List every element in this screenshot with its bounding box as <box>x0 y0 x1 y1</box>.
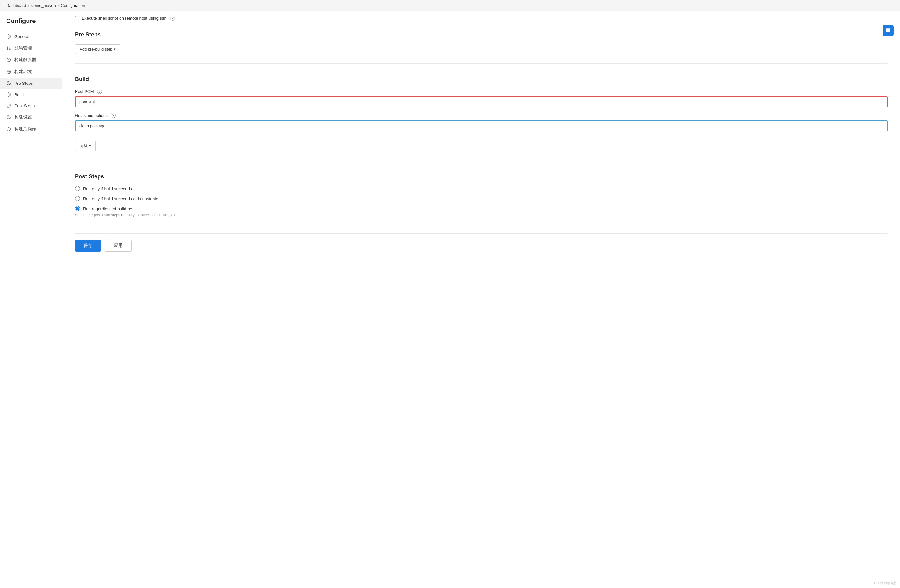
svg-point-1 <box>9 49 11 50</box>
breadcrumb-sep-1: › <box>28 3 29 8</box>
radio-regardless-label: Run regardless of build result <box>83 206 138 211</box>
sidebar-item-general[interactable]: General <box>0 31 62 42</box>
post-steps-title: Post Steps <box>75 167 888 180</box>
advanced-button[interactable]: 高级 ▾ <box>75 141 96 151</box>
watermark: CSDN 博客专家 <box>874 581 896 585</box>
sidebar-label-build-settings: 构建设置 <box>14 115 32 120</box>
add-pre-build-step-button[interactable]: Add pre-build step ▾ <box>75 44 121 54</box>
divider-3 <box>75 227 888 227</box>
post-steps-icon <box>6 103 11 108</box>
root-pom-help-icon[interactable]: ? <box>97 89 102 94</box>
radio-success-or-unstable-input[interactable] <box>75 196 80 201</box>
post-steps-hint: Should the post-build steps run only for… <box>75 213 888 217</box>
goals-input[interactable] <box>75 120 888 131</box>
breadcrumb-sep-2: › <box>58 3 59 8</box>
source-icon <box>6 45 11 51</box>
radio-regardless-input[interactable] <box>75 206 80 211</box>
root-pom-input[interactable] <box>75 96 888 107</box>
sidebar-label-env: 构建环境 <box>14 69 32 74</box>
build-settings-icon <box>6 115 11 120</box>
ssh-checkbox-label: Execute shell script on remote host usin… <box>82 16 166 20</box>
sidebar-title: Configure <box>0 17 62 31</box>
goals-label-text: Goals and options <box>75 113 108 118</box>
sidebar: Configure General 源码管理 <box>0 11 62 587</box>
sidebar-label-pre-steps: Pre Steps <box>14 81 33 86</box>
save-button[interactable]: 保存 <box>75 240 101 252</box>
svg-point-7 <box>8 83 9 84</box>
goals-help-icon[interactable]: ? <box>111 113 116 118</box>
radio-success-only-input[interactable] <box>75 186 80 191</box>
sidebar-label-build: Build <box>14 92 24 97</box>
radio-success-only-label: Run only if build succeeds <box>83 186 132 191</box>
build-title: Build <box>75 70 888 83</box>
radio-success-or-unstable[interactable]: Run only if build succeeds or is unstabl… <box>75 196 888 201</box>
svg-point-0 <box>8 36 9 37</box>
divider-2 <box>75 161 888 161</box>
goals-label: Goals and options ? <box>75 113 888 118</box>
post-steps-radio-group: Run only if build succeeds Run only if b… <box>75 186 888 211</box>
root-pom-label-text: Root POM <box>75 89 94 94</box>
globe-icon <box>6 69 11 74</box>
radio-regardless[interactable]: Run regardless of build result <box>75 206 888 211</box>
sidebar-item-env[interactable]: 构建环境 <box>0 66 62 77</box>
sidebar-item-build-settings[interactable]: 构建设置 <box>0 111 62 123</box>
svg-point-8 <box>8 94 9 95</box>
sidebar-item-source[interactable]: 源码管理 <box>0 42 62 54</box>
breadcrumb-project[interactable]: demo_maven <box>31 3 56 8</box>
ssh-help-icon[interactable]: ? <box>170 15 175 20</box>
radio-success-or-unstable-label: Run only if build succeeds or is unstabl… <box>83 197 158 201</box>
root-pom-group: Root POM ? <box>75 89 888 107</box>
pre-steps-title: Pre Steps <box>75 25 888 38</box>
post-build-icon <box>6 127 11 132</box>
add-step-label: Add pre-build step ▾ <box>79 47 116 51</box>
sidebar-item-post-build[interactable]: 构建后操作 <box>0 123 62 135</box>
main-content: Execute shell script on remote host usin… <box>62 11 900 587</box>
layout: Configure General 源码管理 <box>0 11 900 587</box>
sidebar-label-post-steps: Post Steps <box>14 104 35 108</box>
svg-point-2 <box>7 46 8 48</box>
pre-steps-section: Pre Steps Add pre-build step ▾ <box>75 25 888 54</box>
pre-steps-icon <box>6 81 11 86</box>
post-steps-section: Post Steps Run only if build succeeds Ru… <box>75 167 888 217</box>
corner-help-button[interactable] <box>883 25 894 36</box>
sidebar-item-post-steps[interactable]: Post Steps <box>0 100 62 111</box>
goals-group: Goals and options ? <box>75 113 888 131</box>
radio-success-only[interactable]: Run only if build succeeds <box>75 186 888 191</box>
trigger-icon <box>6 57 11 62</box>
ssh-checkbox-row: Execute shell script on remote host usin… <box>75 11 888 25</box>
root-pom-label: Root POM ? <box>75 89 888 94</box>
sidebar-label-post-build: 构建后操作 <box>14 126 36 132</box>
apply-button[interactable]: 应用 <box>105 240 132 252</box>
sidebar-item-trigger[interactable]: 构建触发器 <box>0 54 62 66</box>
breadcrumb-current: Configuration <box>61 3 85 8</box>
sidebar-label-source: 源码管理 <box>14 45 32 51</box>
ssh-checkbox[interactable] <box>75 16 79 20</box>
breadcrumb-dashboard[interactable]: Dashboard <box>6 3 26 8</box>
footer-buttons: 保存 应用 <box>75 233 888 255</box>
sidebar-item-build[interactable]: Build <box>0 89 62 100</box>
svg-point-9 <box>8 105 9 106</box>
svg-point-10 <box>8 117 9 118</box>
sidebar-label-trigger: 构建触发器 <box>14 57 36 63</box>
gear-icon <box>6 34 11 39</box>
build-section: Build Root POM ? Goals and options ? 高级 <box>75 70 888 151</box>
advanced-label: 高级 ▾ <box>79 143 91 149</box>
sidebar-item-pre-steps[interactable]: Pre Steps <box>0 77 62 89</box>
breadcrumb: Dashboard › demo_maven › Configuration <box>0 0 900 11</box>
build-icon <box>6 92 11 97</box>
divider-1 <box>75 63 888 63</box>
sidebar-label-general: General <box>14 34 29 39</box>
